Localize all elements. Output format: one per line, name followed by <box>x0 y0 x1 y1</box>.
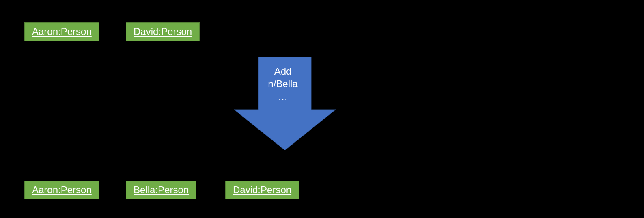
arrow-label: Add n/Bella … <box>250 65 315 103</box>
arrow-label-line1: Add <box>250 65 315 78</box>
person-box-after-bella: Bella:Person <box>126 181 196 199</box>
arrow-label-line2: n/Bella <box>250 78 315 90</box>
person-box-before-david: David:Person <box>126 22 200 41</box>
person-box-after-david: David:Person <box>225 181 299 199</box>
person-box-before-aaron: Aaron:Person <box>24 22 99 41</box>
arrow-label-line3: … <box>250 90 315 103</box>
person-box-after-aaron: Aaron:Person <box>24 181 99 199</box>
add-arrow: Add n/Bella … <box>234 57 336 150</box>
